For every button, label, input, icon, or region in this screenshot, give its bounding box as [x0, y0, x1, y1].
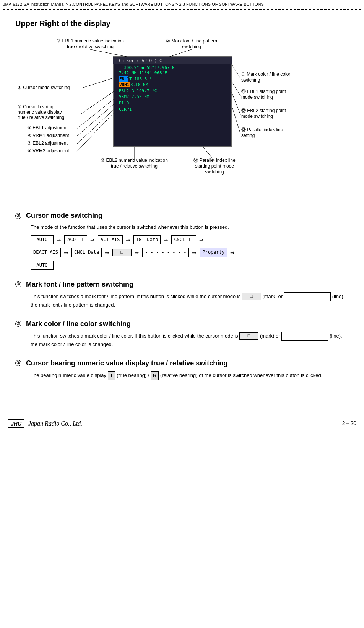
- flow-mark-box[interactable]: [112, 249, 132, 256]
- flow-property[interactable]: Property: [200, 248, 227, 257]
- section-1: ① Cursor mode switching The mode of the …: [15, 212, 349, 269]
- section-4-num: ④: [15, 360, 21, 366]
- section-2-dashes[interactable]: - - - - - - - -: [284, 292, 331, 301]
- section-2-pre: This function switches a mark font / lin…: [31, 294, 240, 299]
- arrow-4: ⇒: [164, 236, 168, 244]
- cursor-mode-flow-2: DEACT AIS ⇒ CNCL Data ⇒ ⇒ - - - - - - - …: [31, 248, 349, 257]
- svg-line-37: [232, 64, 240, 78]
- breadcrumb: JMA-9172-SA Instruction Manual > 2.CONTR…: [0, 0, 364, 11]
- flow-dashes[interactable]: - - - - - - - -: [142, 248, 189, 257]
- svg-text:CCRP1: CCRP1: [119, 107, 132, 112]
- section-4: ④ Cursor bearing numeric value display t…: [15, 359, 349, 380]
- section-3-text: This function switches a mark color / li…: [31, 332, 349, 349]
- breadcrumb-text: JMA-9172-SA Instruction Manual > 2.CONTR…: [3, 2, 264, 7]
- section-2-mark[interactable]: [242, 293, 261, 300]
- flow-cncl-data[interactable]: CNCL Data: [72, 248, 102, 257]
- page-number: 2－20: [342, 420, 356, 427]
- section-1-header: ① Cursor mode switching: [15, 212, 349, 220]
- section-2-mark-label: (mark) or: [262, 294, 283, 299]
- flow-cncl-tt[interactable]: CNCL TT: [171, 235, 196, 244]
- svg-text:7.42 NM   11°44.068'E: 7.42 NM 11°44.068'E: [119, 70, 167, 75]
- section-2-text: This function switches a mark font / lin…: [31, 292, 349, 309]
- svg-text:PI         D: PI D: [119, 101, 129, 106]
- flow-acq-tt[interactable]: ACQ TT: [64, 235, 87, 244]
- footer-logo: JRC Japan Radio Co., Ltd.: [8, 419, 82, 428]
- section-1-text: The mode of the function that uses the c…: [31, 223, 349, 232]
- svg-text:mode switching: mode switching: [241, 95, 273, 100]
- section-2: ② Mark font / line pattern switching Thi…: [15, 281, 349, 309]
- arrow-7: ⇒: [105, 248, 109, 257]
- svg-line-34: [169, 49, 192, 57]
- arrow-2: ⇒: [90, 236, 95, 244]
- section-3: ③ Mark color / line color switching This…: [15, 320, 349, 349]
- company-name: Japan Radio Co., Ltd.: [28, 420, 82, 427]
- section-2-body: This function switches a mark font / lin…: [31, 292, 349, 309]
- svg-line-26: [77, 109, 114, 144]
- main-content: Upper Right of the display Cursor ( AUTO…: [0, 11, 364, 398]
- section-2-header: ② Mark font / line pattern switching: [15, 281, 349, 289]
- svg-text:T  186.3  °: T 186.3 °: [129, 77, 152, 82]
- svg-text:switching: switching: [182, 44, 201, 49]
- arrow-10: ⇒: [230, 248, 235, 257]
- svg-text:⑭ Parallel index line: ⑭ Parallel index line: [193, 158, 236, 163]
- section-1-body: The mode of the function that uses the c…: [31, 223, 349, 269]
- svg-text:④ Cursor bearing: ④ Cursor bearing: [18, 104, 54, 109]
- svg-text:⑬ Parallel index line: ⑬ Parallel index line: [241, 127, 283, 132]
- arrow-6: ⇒: [64, 248, 68, 257]
- svg-text:true / relative switching: true / relative switching: [111, 163, 158, 169]
- flow-deact-ais[interactable]: DEACT AIS: [31, 248, 61, 257]
- svg-text:① Cursor mode switching: ① Cursor mode switching: [18, 85, 70, 90]
- flow-tgt-data[interactable]: TGT Data: [133, 235, 161, 244]
- section-1-title: Cursor mode switching: [26, 212, 102, 220]
- section-4-title: Cursor bearing numeric value display tru…: [26, 359, 227, 367]
- flow-act-ais[interactable]: ACT AIS: [98, 235, 123, 244]
- arrow-3: ⇒: [126, 236, 130, 244]
- page-title: Upper Right of the display: [15, 19, 349, 28]
- svg-line-16: [81, 78, 114, 88]
- svg-text:⑧ VRM2 adjustment: ⑧ VRM2 adjustment: [27, 148, 69, 153]
- arrow-5: ⇒: [199, 236, 204, 244]
- svg-text:⑥ VRM1 adjustment: ⑥ VRM1 adjustment: [27, 133, 69, 138]
- section-4-mid: (true bearing) /: [117, 372, 149, 378]
- section-3-body: This function switches a mark color / li…: [31, 332, 349, 349]
- svg-line-40: [232, 82, 240, 96]
- section-4-text: The bearing numeric value display T (tru…: [31, 371, 349, 380]
- section-3-title: Mark color / line color switching: [26, 320, 131, 328]
- svg-text:setting: setting: [241, 133, 255, 138]
- svg-text:③ Mark color / line color: ③ Mark color / line color: [241, 72, 290, 77]
- svg-text:EBL1: EBL1: [119, 77, 130, 82]
- arrow-1: ⇒: [57, 236, 61, 244]
- svg-text:⑨ EBL1 numeric value indicatio: ⑨ EBL1 numeric value indication: [57, 38, 124, 44]
- svg-text:numeric value display: numeric value display: [18, 109, 62, 115]
- flow-auto[interactable]: AUTO: [31, 235, 54, 244]
- svg-text:VRM2     2.52   NM: VRM2 2.52 NM: [119, 94, 150, 99]
- section-4-r-box: R: [151, 371, 159, 380]
- svg-text:⑪ EBL1 starting point: ⑪ EBL1 starting point: [241, 89, 286, 94]
- arrow-8: ⇒: [135, 248, 139, 257]
- flow-auto-end[interactable]: AUTO: [31, 261, 54, 270]
- svg-text:true / relative switching: true / relative switching: [67, 44, 114, 49]
- svg-text:switching: switching: [205, 169, 224, 175]
- section-1-num: ①: [15, 213, 21, 219]
- section-3-pre: This function switches a mark color / li…: [31, 333, 238, 339]
- svg-text:true / relative switching: true / relative switching: [18, 115, 64, 120]
- diagram-svg: Cursor ( AUTO ) C T 300.9° ● 55°17.967'N…: [15, 36, 349, 200]
- svg-line-31: [90, 49, 128, 57]
- section-3-mark[interactable]: [239, 332, 258, 340]
- section-4-pre: The bearing numeric value display: [31, 372, 106, 378]
- cursor-mode-flow-3: AUTO: [31, 261, 349, 270]
- diagram-container: Cursor ( AUTO ) C T 300.9° ● 55°17.967'N…: [15, 36, 349, 200]
- footer: JRC Japan Radio Co., Ltd. 2－20: [0, 414, 364, 433]
- section-3-num: ③: [15, 321, 21, 327]
- section-3-dashes[interactable]: - - - - - - - -: [281, 332, 328, 341]
- section-4-body: The bearing numeric value display T (tru…: [31, 371, 349, 380]
- svg-text:⑤ EBL1 adjustment: ⑤ EBL1 adjustment: [27, 125, 68, 130]
- section-4-header: ④ Cursor bearing numeric value display t…: [15, 359, 349, 367]
- section-2-title: Mark font / line pattern switching: [26, 281, 133, 289]
- svg-line-28: [77, 112, 114, 152]
- svg-text:starting point mode: starting point mode: [195, 163, 234, 169]
- svg-line-46: [232, 106, 240, 134]
- svg-text:3.10   NM: 3.10 NM: [130, 82, 148, 87]
- svg-line-22: [77, 99, 114, 129]
- svg-line-24: [77, 104, 114, 136]
